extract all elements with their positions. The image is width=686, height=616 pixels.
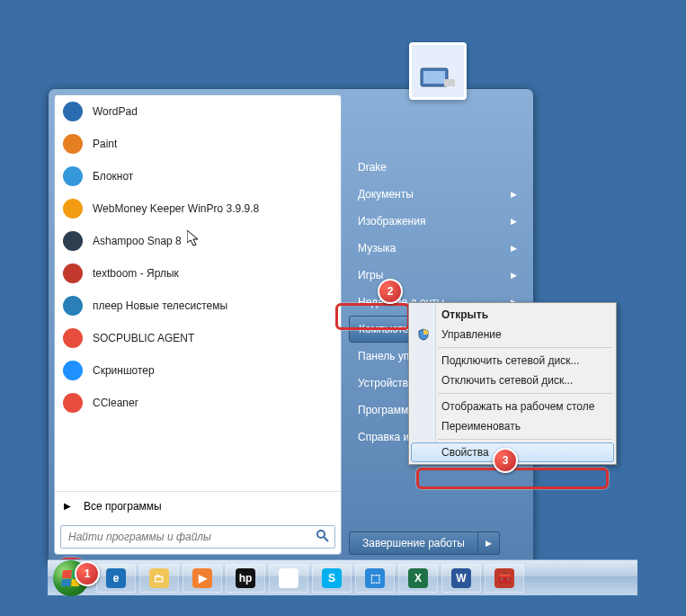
program-item-5[interactable]: textboom - Ярлык [55, 257, 341, 290]
right-item-игры[interactable]: Игры▶ [349, 262, 526, 289]
right-item-документы[interactable]: Документы▶ [349, 181, 526, 208]
program-item-7[interactable]: SOCPUBLIC AGENT [55, 322, 341, 354]
right-item-drake[interactable]: Drake [349, 154, 526, 181]
shutdown-button[interactable]: Завершение работы [349, 531, 478, 555]
word-icon: W [451, 568, 471, 588]
program-label: плеер Новые телесистемы [93, 299, 227, 312]
program-label: WordPad [93, 105, 138, 118]
app-blue-icon: ⬚ [365, 568, 385, 588]
svg-point-4 [63, 231, 83, 251]
right-item-label: Компьютер [359, 323, 414, 335]
context-item-label: Отображать на рабочем столе [441, 400, 594, 413]
context-separator [438, 439, 612, 440]
search-input[interactable] [60, 525, 335, 549]
search-icon [316, 529, 330, 543]
search-container [55, 520, 341, 554]
svg-rect-13 [423, 71, 445, 84]
svg-point-7 [63, 328, 83, 348]
svg-point-6 [63, 296, 83, 316]
program-label: CCleaner [93, 397, 138, 409]
start-menu-left-panel: WordPadPaintБлокнотWebMoney Keeper WinPr… [54, 94, 342, 555]
context-item-отключить-сетевой-диск-[interactable]: Отключить сетевой диск... [411, 370, 614, 390]
context-separator [438, 393, 612, 394]
context-item-label: Свойства [441, 446, 489, 459]
program-icon [60, 326, 85, 351]
taskbar-word-icon[interactable]: W [441, 564, 481, 593]
chrome-icon: ◉ [279, 568, 298, 588]
program-icon [60, 99, 85, 124]
program-list: WordPadPaintБлокнотWebMoney Keeper WinPr… [55, 95, 341, 491]
svg-point-1 [63, 134, 83, 154]
taskbar-ie-icon[interactable]: e [96, 564, 136, 593]
right-item-label: Drake [358, 161, 387, 174]
right-item-label: Музыка [358, 242, 396, 254]
chevron-right-icon: ▶ [511, 271, 517, 280]
taskbar-chrome-icon[interactable]: ◉ [269, 564, 308, 593]
wmp-icon: ▶ [192, 568, 212, 588]
shutdown-label: Завершение работы [362, 537, 465, 549]
ie-icon: e [106, 568, 126, 588]
taskbar-wmp-icon[interactable]: ▶ [183, 564, 222, 593]
program-label: Paint [93, 138, 117, 150]
context-item-открыть[interactable]: Открыть [411, 305, 614, 325]
program-icon [60, 261, 85, 286]
context-item-label: Отключить сетевой диск... [441, 374, 573, 387]
taskbar-explorer-icon[interactable]: 🗀 [139, 564, 179, 593]
svg-point-9 [63, 393, 83, 413]
right-item-label: Панель упр [358, 350, 415, 362]
program-item-9[interactable]: CCleaner [55, 387, 341, 419]
program-label: Ashampoo Snap 8 [93, 235, 182, 247]
context-separator [438, 347, 612, 348]
shield-icon [416, 327, 431, 342]
svg-rect-14 [444, 79, 455, 86]
svg-point-5 [63, 263, 83, 283]
context-item-управление[interactable]: Управление [411, 325, 614, 344]
context-item-переименовать[interactable]: Переименовать [411, 416, 614, 436]
chevron-right-icon: ▶ [64, 501, 71, 511]
program-item-0[interactable]: WordPad [55, 95, 341, 128]
program-item-3[interactable]: WebMoney Keeper WinPro 3.9.9.8 [55, 192, 341, 225]
program-item-6[interactable]: плеер Новые телесистемы [55, 290, 341, 322]
program-icon [60, 390, 85, 415]
explorer-icon: 🗀 [149, 568, 169, 588]
chevron-right-icon: ▶ [511, 217, 517, 226]
taskbar-toolbox-icon[interactable]: 🧰 [485, 564, 524, 593]
context-item-отображать-на-рабочем-столе[interactable]: Отображать на рабочем столе [411, 397, 614, 416]
taskbar: e🗀▶hp◉S⬚XW🧰 [48, 559, 637, 595]
program-item-2[interactable]: Блокнот [55, 160, 341, 192]
shutdown-options-button[interactable]: ▶ [478, 531, 500, 555]
right-item-изображения[interactable]: Изображения▶ [349, 208, 526, 235]
context-menu: ОткрытьУправлениеПодключить сетевой диск… [408, 302, 617, 465]
skype-icon: S [322, 568, 342, 588]
right-item-label: Документы [358, 188, 414, 201]
chevron-right-icon: ▶ [511, 244, 517, 253]
program-icon [60, 293, 85, 318]
program-icon [60, 131, 85, 156]
taskbar-hp-icon[interactable]: hp [226, 564, 265, 593]
context-item-label: Открыть [441, 308, 488, 321]
program-label: SOCPUBLIC AGENT [93, 332, 194, 344]
annotation-badge-3: 3 [493, 448, 518, 473]
context-item-подключить-сетевой-диск-[interactable]: Подключить сетевой диск... [411, 351, 614, 370]
context-item-label: Переименовать [441, 420, 521, 433]
context-item-label: Управление [441, 328, 502, 341]
program-icon [60, 228, 85, 254]
svg-point-3 [63, 199, 83, 219]
program-item-4[interactable]: Ashampoo Snap 8 [55, 225, 341, 257]
program-item-1[interactable]: Paint [55, 128, 341, 160]
right-item-label: Устройства [358, 377, 414, 389]
user-account-picture[interactable] [409, 42, 467, 100]
right-item-музыка[interactable]: Музыка▶ [349, 235, 526, 262]
right-item-label: Игры [358, 269, 383, 281]
all-programs-button[interactable]: ▶ Все программы [55, 491, 341, 520]
program-label: Скриншотер [93, 364, 155, 377]
svg-point-0 [63, 102, 83, 121]
program-label: WebMoney Keeper WinPro 3.9.9.8 [93, 202, 259, 215]
all-programs-label: Все программы [84, 500, 162, 513]
taskbar-excel-icon[interactable]: X [398, 564, 438, 593]
svg-point-2 [63, 166, 83, 186]
taskbar-app-blue-icon[interactable]: ⬚ [355, 564, 395, 593]
svg-point-10 [317, 531, 325, 538]
program-item-8[interactable]: Скриншотер [55, 354, 341, 387]
taskbar-skype-icon[interactable]: S [312, 564, 352, 593]
